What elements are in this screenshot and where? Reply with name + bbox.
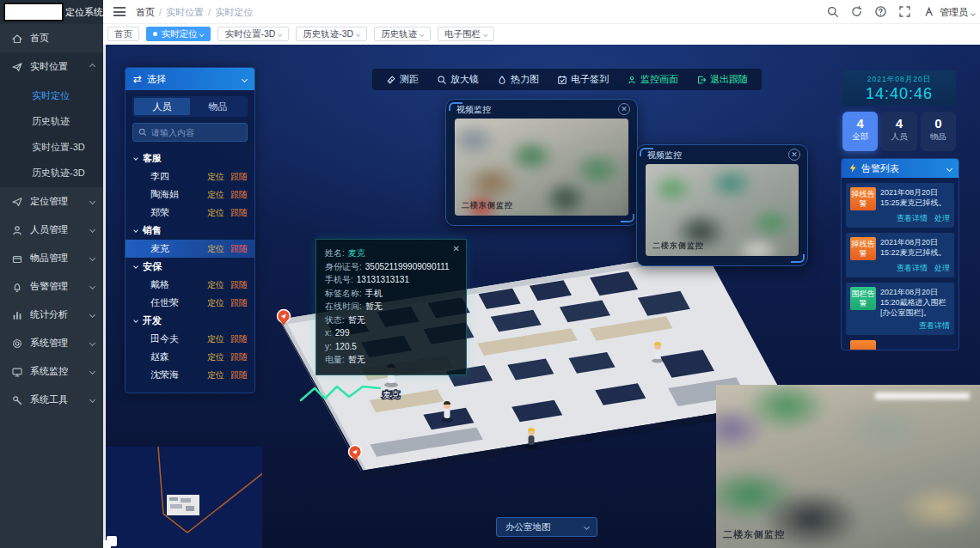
sidebar-item-system-tools[interactable]: 系统工具 [0,386,103,414]
close-icon[interactable]: ✕ [788,149,800,161]
locate-button[interactable]: 定位 [207,351,224,363]
sidebar-item-locate-manage[interactable]: 定位管理 [0,187,103,216]
tree-member[interactable]: 郑荣定位跟随 [132,204,248,222]
view-detail-link[interactable]: 查看详情 [919,321,950,330]
tab-item[interactable]: 物品 [190,98,246,115]
follow-button[interactable]: 跟随 [230,279,248,291]
search-input[interactable] [151,128,242,137]
follow-button[interactable]: 跟随 [230,189,248,201]
sidebar-item-item-manage[interactable]: 物品管理 [0,244,103,272]
follow-button[interactable]: 跟随 [230,243,248,255]
chevron-down-icon [971,11,976,16]
sidebar-item-history-track[interactable]: 历史轨迹 [0,108,103,134]
tab-realtime-locate[interactable]: 实时定位 [146,27,211,41]
map-select-dropdown[interactable]: 办公室地图 [496,517,597,537]
handle-link[interactable]: 处理 [934,214,950,222]
alarm-item: 掉线告警 2021年08月20日 15:22麦克已掉线。 查看详情处理 [846,233,954,277]
chevron-down-icon [89,255,95,261]
tree-group[interactable]: 客服 [132,149,248,167]
sidebar-item-stats[interactable]: 统计分析 [0,301,103,329]
tree-member[interactable]: 陶海娟定位跟随 [132,186,248,204]
vertical-scrollbar[interactable] [103,45,106,548]
locate-button[interactable]: 定位 [207,207,224,219]
follow-button[interactable]: 跟随 [230,171,248,183]
close-icon[interactable]: ✕ [618,103,630,115]
tree-group[interactable]: 安保 [132,258,248,276]
sidebar-item-history-track-3d[interactable]: 历史轨迹-3D [0,160,103,186]
locate-button[interactable]: 定位 [207,171,224,183]
follow-button[interactable]: 跟随 [230,333,248,345]
map-canvas[interactable]: 麦克 二楼东侧监控 [103,45,980,548]
tree-member[interactable]: 戴格定位跟随 [132,276,248,294]
tree-member-selected[interactable]: 麦克定位跟随 [126,240,254,258]
stat-all[interactable]: 4全部 [842,112,878,151]
locate-button[interactable]: 定位 [207,369,224,381]
chevron-down-icon [89,397,95,403]
tab-e-fence[interactable]: 电子围栏 [438,27,494,41]
refresh-icon[interactable] [850,5,863,18]
stat-item[interactable]: 0物品 [921,112,956,151]
handle-link[interactable]: 处理 [934,264,950,272]
breadcrumb-realtime-position[interactable]: 实时位置 [166,7,204,17]
locate-button[interactable]: 定位 [207,279,224,291]
sidebar-item-person-manage[interactable]: 人员管理 [0,216,103,244]
locate-button[interactable]: 定位 [207,189,224,201]
tree-group[interactable]: 开发 [132,312,248,330]
view-detail-link[interactable]: 查看详情 [897,214,928,222]
fullscreen-icon[interactable] [898,5,911,18]
stat-person[interactable]: 4人员 [881,112,916,151]
measure-button[interactable]: 测距 [386,73,419,86]
hamburger-icon[interactable] [113,7,126,16]
locate-button[interactable]: 定位 [207,333,224,345]
tab-home[interactable]: 首页 [107,27,139,41]
chevron-down-icon [420,32,424,36]
monitor-view-button[interactable]: 监控画面 [627,73,678,86]
search-icon [138,128,147,137]
tree-member[interactable]: 任世荣定位跟随 [132,294,248,312]
help-icon[interactable] [874,5,887,18]
sidebar-item-alarm-manage[interactable]: 告警管理 [0,272,103,301]
tab-realtime-position-3d[interactable]: 实时位置-3D [217,27,288,41]
heatmap-button[interactable]: 热力图 [497,73,539,86]
locate-button[interactable]: 定位 [207,243,224,255]
video-popup-1[interactable]: 视频监控 ✕ 二楼东侧监控 [445,99,638,226]
sidebar-item-realtime-position-3d[interactable]: 实时位置-3D [0,134,103,160]
select-panel-header[interactable]: ⇄ 选择 [126,68,254,90]
tree-member[interactable]: 李四定位跟随 [132,167,248,186]
tree-member[interactable]: 赵森定位跟随 [132,348,248,366]
tab-history-track[interactable]: 历史轨迹 [374,27,431,41]
chevron-down-icon [242,76,248,82]
person-info-popup: ✕ 姓名:麦克 身份证号:350521199909090111 手机号:1313… [315,239,467,375]
locate-button[interactable]: 定位 [207,297,224,309]
breadcrumb-home[interactable]: 首页 [136,7,155,17]
follow-button[interactable]: 跟随 [230,207,248,219]
magnifier-button[interactable]: 放大镜 [437,73,479,86]
tree-member[interactable]: 田今夫定位跟随 [132,330,248,348]
e-signin-button[interactable]: 电子签到 [557,73,609,86]
close-icon[interactable]: ✕ [453,242,460,256]
tab-person[interactable]: 人员 [134,98,190,115]
minimap[interactable] [105,447,262,548]
exit-follow-button[interactable]: 退出跟随 [696,73,748,86]
sidebar-item-realtime-position[interactable]: 实时位置 [0,52,103,81]
video-popup-2[interactable]: 视频监控 ✕ 二楼东侧监控 [636,144,808,266]
sidebar-item-system-monitor[interactable]: 系统监控 [0,357,103,386]
follow-button[interactable]: 跟随 [230,369,248,381]
swap-icon: ⇄ [133,73,142,85]
tab-history-track-3d[interactable]: 历史轨迹-3D [296,27,366,41]
sidebar-item-home[interactable]: 首页 [0,24,103,52]
user-menu[interactable]: 管理员 [940,0,975,24]
tree-member[interactable]: 沈荣海定位跟随 [132,366,248,384]
tree-group[interactable]: 销售 [132,222,248,240]
search-icon[interactable] [826,5,839,18]
follow-button[interactable]: 跟随 [230,297,248,309]
sidebar-item-system-manage[interactable]: 系统管理 [0,329,103,357]
alarm-panel-header[interactable]: 告警列表 [842,159,959,178]
cctv-timestamp-blur [875,393,970,399]
follow-button[interactable]: 跟随 [230,351,248,363]
popup-field: 状态:暂无 [325,314,457,327]
sidebar-item-realtime-locate[interactable]: 实时定位 [0,82,103,108]
cctv-watermark: 二楼东侧监控 [652,241,704,252]
font-size-icon[interactable] [922,5,935,18]
view-detail-link[interactable]: 查看详情 [897,264,928,272]
